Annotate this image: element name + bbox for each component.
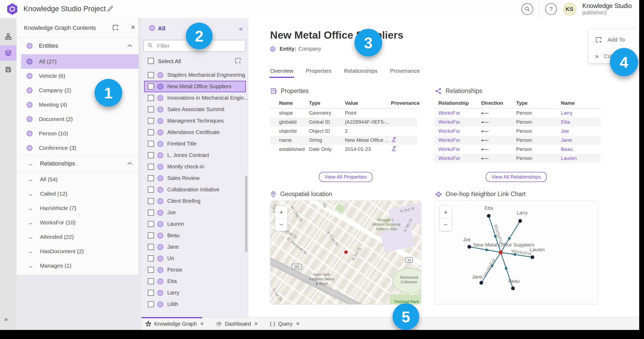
expand-rail-icon[interactable]: »	[4, 316, 8, 323]
list-item[interactable]: L. Jones Contract	[141, 150, 248, 161]
relationship-tree-item[interactable]: →Attended (22)	[17, 230, 138, 244]
chevron-up-icon[interactable]	[127, 43, 132, 48]
cell-name[interactable]: Larry	[561, 110, 601, 116]
chevron-up-icon[interactable]	[127, 161, 132, 166]
tab-relationships[interactable]: Relationships	[344, 68, 377, 78]
map-canvas[interactable]: k RdW Clay StSalN 3rd StMaggie L. Walker…	[270, 201, 421, 304]
user-block[interactable]: Knowledge Studio publisher2	[582, 3, 632, 15]
item-checkbox[interactable]	[148, 141, 154, 147]
cell-name[interactable]: Lauren	[561, 155, 601, 161]
list-item[interactable]: Managment Techniques	[141, 115, 248, 127]
entity-tree-item[interactable]: Vehicle (6)	[17, 69, 138, 83]
cell-relationship[interactable]: WorksFor	[438, 137, 481, 143]
table-row[interactable]: objectidObject ID2	[270, 127, 417, 136]
cell-relationship[interactable]: WorksFor	[438, 155, 481, 161]
close-tab-icon[interactable]: ✕	[296, 321, 300, 327]
table-row[interactable]: nameStringNew Metal Office ...	[270, 136, 417, 145]
search-button[interactable]	[521, 3, 533, 15]
item-checkbox[interactable]	[148, 290, 154, 296]
item-checkbox[interactable]	[148, 106, 154, 112]
item-checkbox[interactable]	[148, 175, 154, 181]
item-checkbox[interactable]	[148, 72, 154, 78]
table-row[interactable]: WorksFor⟵PersonBeau	[434, 145, 601, 154]
app-logo-icon[interactable]	[6, 3, 19, 15]
avatar[interactable]: KS	[563, 2, 577, 16]
list-item[interactable]: New Metal Office Suppliers	[144, 81, 246, 92]
table-row[interactable]: establishedDate Only2014-01-23	[270, 145, 417, 154]
item-checkbox[interactable]	[148, 244, 154, 250]
table-row[interactable]: WorksFor⟵PersonJoe	[434, 127, 601, 136]
save-icon[interactable]	[0, 62, 17, 77]
item-checkbox[interactable]	[148, 278, 154, 284]
link-chart-card[interactable]: EttaLarryJoeLaurenJaneBeauNew Metal Offi…	[434, 200, 598, 305]
item-checkbox[interactable]	[148, 95, 154, 101]
item-checkbox[interactable]	[148, 209, 154, 216]
tab-properties[interactable]: Properties	[306, 68, 332, 78]
view-all-relationships-button[interactable]: View All Relationships	[486, 172, 547, 182]
list-item[interactable]: Montly check-in	[141, 161, 248, 172]
layers-icon[interactable]	[0, 45, 17, 61]
close-panel-icon[interactable]: ✕	[131, 24, 135, 31]
select-all-checkbox[interactable]	[148, 58, 154, 64]
relationship-tree-item[interactable]: →All (54)	[17, 172, 138, 187]
list-item[interactable]: Beau	[141, 230, 248, 241]
relationships-section-header[interactable]: → Relationships	[17, 155, 138, 172]
provenance-flag-icon[interactable]	[391, 146, 417, 153]
add-to-map-icon[interactable]	[234, 57, 242, 65]
table-row[interactable]: globalidGlobal ID{A228944F-0EF5-...	[270, 118, 417, 127]
item-checkbox[interactable]	[148, 129, 154, 135]
chart-edge[interactable]	[501, 221, 520, 252]
chart-node[interactable]	[518, 219, 522, 223]
view-all-properties-button[interactable]: View All Properties	[319, 172, 373, 182]
zoom-in-button[interactable]: +	[275, 206, 287, 218]
relationship-tree-item[interactable]: →Manages (1)	[17, 259, 138, 273]
relationship-tree-item[interactable]: →WorksFor (10)	[17, 215, 138, 230]
list-item[interactable]: Staplers Mechanical Engineering	[141, 69, 248, 81]
entity-tree-item[interactable]: Conference (3)	[17, 141, 138, 155]
table-row[interactable]: WorksFor⟵PersonLauren	[434, 154, 601, 163]
item-checkbox[interactable]	[148, 255, 154, 261]
chart-edge[interactable]	[469, 247, 501, 252]
item-checkbox[interactable]	[148, 187, 154, 193]
list-item[interactable]: Client Briefing	[141, 195, 248, 207]
chart-node[interactable]	[487, 214, 491, 218]
list-item[interactable]: Sales Review	[141, 172, 248, 184]
scrollbar-thumb[interactable]	[245, 176, 247, 252]
zoom-out-button[interactable]: −	[439, 218, 452, 231]
item-checkbox[interactable]	[148, 221, 154, 227]
map-card[interactable]: k RdW Clay StSalN 3rd StMaggie L. Walker…	[270, 200, 421, 305]
list-item[interactable]: Innovations in Mechanical Engin...	[141, 92, 248, 104]
tab-dashboard[interactable]: Dashboard✕	[216, 321, 258, 327]
relationship-tree-item[interactable]: →Called (12)	[17, 187, 138, 201]
relationship-tree-item[interactable]: →HasDocument (2)	[17, 244, 138, 259]
cell-name[interactable]: Jane	[561, 137, 601, 143]
collapse-panel-icon[interactable]: «	[239, 25, 243, 33]
table-row[interactable]: WorksFor⟵PersonEtta	[434, 118, 601, 127]
item-checkbox[interactable]	[148, 83, 154, 90]
add-to-map-icon[interactable]	[112, 24, 119, 32]
list-item[interactable]: Sales Associate Summit	[141, 104, 248, 115]
list-item[interactable]: Attendance Certificate	[141, 127, 248, 138]
link-chart[interactable]: EttaLarryJoeLaurenJaneBeauNew Metal Offi…	[435, 201, 598, 304]
list-item[interactable]: Collaboration initiative	[141, 184, 248, 195]
chart-node[interactable]	[479, 281, 483, 285]
tab-overview[interactable]: Overview	[270, 68, 294, 78]
close-tab-icon[interactable]: ✕	[200, 321, 204, 327]
item-checkbox[interactable]	[148, 164, 154, 170]
table-row[interactable]: shapeGeometryPoint	[270, 108, 417, 118]
cell-name[interactable]: Joe	[561, 128, 601, 134]
item-checkbox[interactable]	[148, 232, 154, 239]
zoom-out-button[interactable]: −	[275, 218, 287, 231]
item-checkbox[interactable]	[148, 267, 154, 273]
list-item[interactable]: Jane	[141, 241, 248, 253]
list-item[interactable]: Firebird Title	[141, 138, 248, 150]
table-row[interactable]: WorksFor⟵PersonLarry	[434, 108, 601, 118]
cell-name[interactable]: Etta	[561, 119, 601, 125]
list-item[interactable]: Etta	[141, 276, 248, 287]
tab-provenance[interactable]: Provenance	[390, 68, 420, 78]
item-checkbox[interactable]	[148, 198, 154, 204]
entities-section-header[interactable]: Entities	[17, 37, 138, 54]
item-checkbox[interactable]	[148, 152, 154, 158]
cell-relationship[interactable]: WorksFor	[438, 110, 481, 116]
entity-tree-item[interactable]: Document (2)	[17, 112, 138, 126]
